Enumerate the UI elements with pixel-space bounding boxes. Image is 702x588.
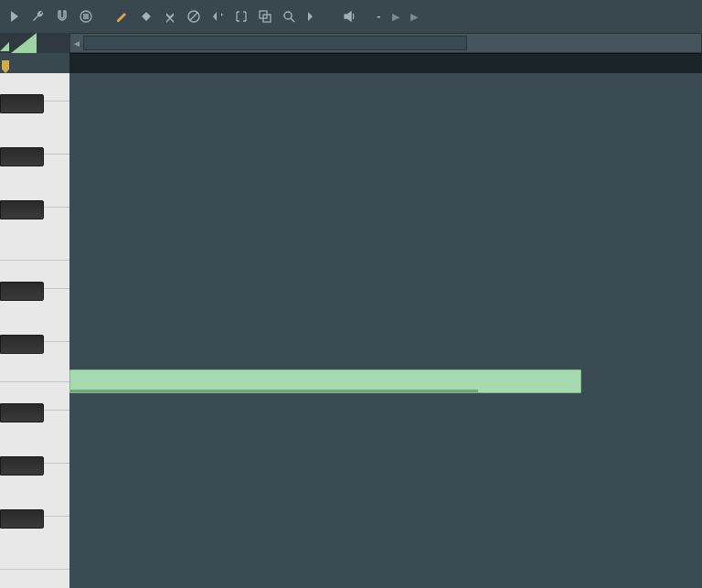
draw-tool-icon[interactable] [113,7,132,26]
key-Gb1[interactable] [0,509,44,529]
chevron-right-icon: ▶ [410,11,418,23]
options-icon[interactable] [77,7,95,26]
slice-tool-icon[interactable] [208,7,227,26]
playback-tool-icon[interactable] [303,7,322,26]
key-Gb2[interactable] [0,200,44,219]
overview-thumb[interactable] [83,36,467,50]
note-grid[interactable] [69,73,702,588]
select-tool-icon[interactable] [232,7,250,26]
overview-left-arrow[interactable]: ◄ [70,38,83,48]
chevron-right-icon: ▶ [392,11,399,23]
note-velocity-bar [70,390,478,392]
timeline-row [0,53,702,73]
playhead-marker-icon[interactable] [2,60,9,73]
zoom-selection-icon[interactable] [256,7,274,26]
corner-triangle[interactable] [0,42,9,51]
timeline-corner [0,53,69,73]
key-Bb1[interactable] [0,403,44,422]
zoom-tool-icon[interactable] [280,7,298,26]
note-c2[interactable] [69,369,581,393]
horizontal-overview[interactable]: ◄ [69,33,702,53]
delete-tool-icon[interactable] [161,7,179,26]
paint-tool-icon[interactable] [137,7,155,26]
corner-tab[interactable] [11,33,37,53]
key-E1[interactable] [0,570,69,588]
wrench-icon[interactable] [29,7,48,26]
key-Eb2[interactable] [0,282,44,301]
magnet-snap-icon[interactable] [53,7,71,26]
svg-point-4 [284,12,292,19]
piano-keyboard[interactable] [0,73,69,588]
piano-roll-toolbar: - ▶ ▶ [0,0,702,33]
breadcrumb: - ▶ ▶ [371,9,418,24]
key-Db2[interactable] [0,335,44,354]
key-Ab1[interactable] [0,456,44,476]
overview-row: ◄ [0,33,702,53]
mute-tool-icon[interactable] [185,7,203,26]
speaker-icon[interactable] [340,7,358,26]
timeline-ruler[interactable] [69,53,702,73]
piano-roll-main [0,73,702,588]
breadcrumb-sep: - [377,9,381,24]
key-Ab2[interactable] [0,147,44,166]
key-Bb2[interactable] [0,94,44,113]
overview-corner [0,33,69,53]
menu-play-icon[interactable] [5,7,24,26]
